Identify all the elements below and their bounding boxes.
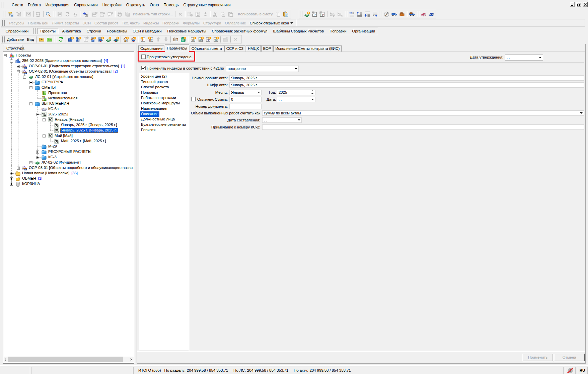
buildings-new-button[interactable] [67, 36, 75, 43]
menu-strukturnye-spravochniki[interactable]: Структурные справочники [181, 2, 233, 8]
indent-down-button[interactable] [363, 10, 371, 18]
paste-estimate-button[interactable] [282, 10, 290, 18]
copy-pages-button[interactable] [274, 10, 282, 18]
cut-button[interactable] [211, 10, 219, 18]
copy-button[interactable] [219, 10, 227, 18]
scrollbar-thumb[interactable] [8, 357, 123, 362]
toolbar-button-izmenit-tip-stroki[interactable]: Изменить тип строки... [131, 12, 174, 16]
volume-mode-select[interactable]: сумму по всем актам [262, 110, 584, 116]
tree-node-label[interactable]: М-29 [48, 144, 58, 149]
act-name-input[interactable]: Январь, 2025 г. [229, 75, 584, 81]
nav-tab-popravki[interactable]: Поправки [327, 29, 349, 33]
undo-lock-button[interactable] [81, 10, 89, 18]
tree-node-label[interactable]: Май, 2025 г. [Май, 2025 г.] [60, 138, 106, 144]
close-button[interactable] [583, 2, 588, 7]
menu-otdohnut[interactable]: Отдохнуть [124, 2, 148, 8]
collapse-toggle[interactable] [29, 102, 32, 105]
search-button[interactable] [44, 10, 52, 18]
nav-tab-analitika[interactable]: Аналитика [59, 29, 84, 33]
compose-date-select[interactable]: . . [262, 117, 302, 123]
scroll-left-icon[interactable] [4, 357, 8, 362]
bricks-button[interactable] [398, 10, 406, 18]
montage-roller-button[interactable] [97, 36, 105, 43]
calc-resources-button[interactable] [186, 10, 194, 18]
panel-button-resursy[interactable]: Ресурсы [7, 21, 26, 25]
tree-node-label[interactable]: Январь [Январь] [54, 117, 84, 122]
undo-button[interactable] [71, 10, 79, 18]
books-blue-button[interactable] [428, 10, 435, 18]
tree-node-label[interactable]: СТРУКТУРА [41, 80, 64, 85]
expand-toggle[interactable] [10, 183, 13, 186]
menu-nastrojki[interactable]: Настройки [100, 2, 124, 8]
act-code-input[interactable]: Январь, 2025 г. [229, 82, 584, 88]
house-new-button[interactable] [122, 36, 130, 43]
book-gear-button[interactable] [303, 10, 311, 18]
excel-export-button[interactable] [25, 10, 32, 18]
page-p-new-button[interactable]: P [139, 36, 147, 43]
approval-date-select[interactable]: . . [505, 54, 543, 61]
expand-toggle[interactable] [29, 81, 32, 84]
tree-node-label[interactable]: Январь, 2025 г. [Январь, 2025 г.] [60, 122, 118, 127]
refresh-green-button[interactable] [57, 36, 65, 43]
restore-button[interactable] [576, 2, 581, 7]
estimate-book-roller-button[interactable] [112, 36, 120, 43]
tree-node-label[interactable]: КОРЗИНА [21, 181, 41, 186]
page-plus-minus-button[interactable] [194, 10, 202, 18]
panel-button-esn[interactable]: ЭСН [81, 21, 93, 25]
nav-tab-proekty[interactable]: Проекты [38, 28, 59, 34]
menu-okno[interactable]: Окно [147, 2, 161, 8]
row-insert-button[interactable] [91, 10, 98, 18]
pp-page-new-button[interactable]: РР [204, 36, 212, 43]
params-tab-vor[interactable]: ВОР [261, 45, 273, 52]
indices-mode-select[interactable]: построчно [226, 66, 299, 72]
toolbar-button-vid[interactable]: Вид [25, 37, 36, 41]
tree-node-label[interactable]: КС-6а [48, 106, 59, 111]
expand-toggle[interactable] [36, 151, 39, 154]
panel-button-formuly[interactable]: Формулы [181, 21, 201, 25]
tree-node-label[interactable]: ОСР-03-01 [Объекты подсобного и обслужив… [28, 165, 134, 170]
expand-toggle[interactable] [17, 65, 20, 68]
section-item-rabota-so-strokami[interactable]: Работа со строками [139, 95, 189, 100]
params-tab-ssr-i-sz[interactable]: ССР и СЗ [224, 45, 245, 52]
truck-button[interactable] [390, 10, 398, 18]
collapse-toggle[interactable] [43, 134, 46, 137]
arrow-down-button[interactable] [162, 36, 170, 43]
folder-up-button[interactable] [38, 36, 46, 43]
tree-node-label[interactable]: Январь, 2025 г. [Январь, 2025 г.] [60, 128, 118, 133]
nav-tab-spravochniki[interactable]: Справочники [3, 29, 31, 33]
expand-toggle[interactable] [36, 156, 39, 159]
tree-move-button[interactable] [15, 10, 23, 18]
save-button[interactable] [56, 10, 64, 18]
arrow-up-button[interactable] [154, 36, 162, 43]
tree-horizontal-scrollbar[interactable] [4, 357, 134, 362]
tree-node-label[interactable]: Проекты [15, 53, 31, 58]
folder-new-gray-button[interactable] [222, 36, 229, 43]
collapse-toggle[interactable] [43, 118, 46, 121]
work-tools-button[interactable] [383, 10, 390, 18]
spin-up-icon[interactable] [311, 90, 313, 91]
collapse-toggle[interactable] [10, 60, 13, 63]
toolbar-button-dejstvie[interactable]: Действие [5, 37, 25, 41]
tree-node-label[interactable]: 2025 [2025] [48, 112, 69, 117]
indent-right-button[interactable] [348, 10, 356, 18]
apply-button[interactable]: Применить [522, 354, 553, 361]
buildings-new-alt-button[interactable] [74, 36, 82, 43]
year-spinner-buttons[interactable] [311, 90, 314, 94]
menu-smeta[interactable]: Смета [9, 2, 25, 8]
plus-minus-button[interactable] [202, 10, 209, 18]
truck-loaded-button[interactable] [408, 10, 416, 18]
structure-tree-button[interactable] [7, 10, 15, 18]
house-roller-button[interactable] [130, 36, 137, 43]
apply-indices-checkbox[interactable] [141, 66, 146, 70]
params-tab-ispolnenie-smety-kontrakta-eis[interactable]: Исполнение Сметы контракта (ЕИС) [273, 45, 342, 52]
nav-tab-esn-i-metodiki[interactable]: ЭСН и методики [130, 29, 164, 33]
tree-node-label[interactable]: ЛС-02-01 [Устройство котлована] [34, 74, 94, 79]
montage-new-button[interactable] [89, 36, 97, 43]
page-pr-new-button[interactable]: ПР [147, 36, 155, 43]
date-select[interactable]: . . [277, 97, 315, 102]
panel-button-popravki[interactable]: Поправки [161, 21, 181, 25]
collapse-toggle[interactable] [23, 76, 26, 79]
toolbar-button-kopirovat-v-smetu[interactable]: Копировать в смету [236, 12, 274, 16]
tree-edit-button[interactable] [328, 10, 336, 18]
books-pink-button[interactable] [420, 10, 428, 18]
